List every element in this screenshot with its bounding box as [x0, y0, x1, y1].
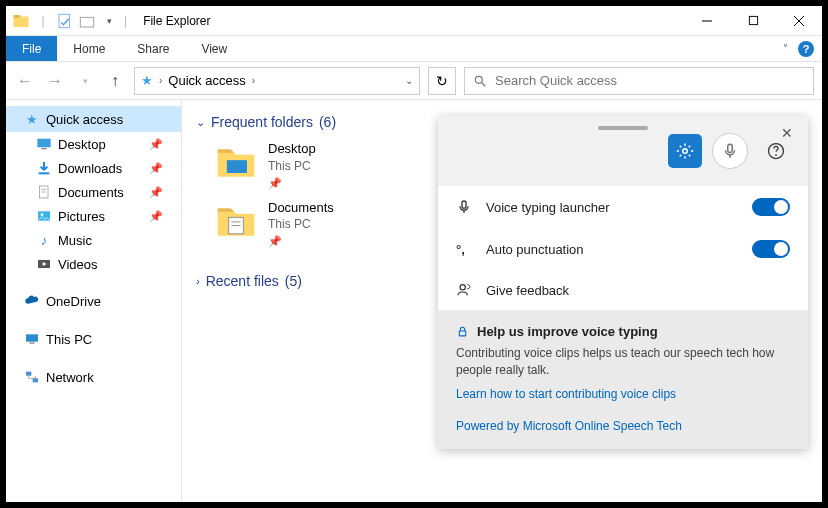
- settings-button[interactable]: [668, 134, 702, 168]
- svg-point-17: [41, 213, 44, 216]
- group-label: Frequent folders: [211, 114, 313, 130]
- group-label: Recent files: [206, 273, 279, 289]
- ribbon-minimize-icon[interactable]: ˅: [783, 43, 788, 54]
- voice-option-launcher[interactable]: Voice typing launcher: [438, 186, 808, 228]
- sidebar-item-label: Documents: [58, 185, 124, 200]
- thispc-icon: [24, 331, 40, 347]
- close-icon[interactable]: ✕: [776, 122, 798, 144]
- search-input[interactable]: Search Quick access: [464, 67, 814, 95]
- onedrive-icon: [24, 293, 40, 309]
- network-icon: [24, 369, 40, 385]
- refresh-button[interactable]: ↻: [428, 67, 456, 95]
- sidebar-item-desktop[interactable]: Desktop 📌: [6, 132, 181, 156]
- desktop-icon: [36, 136, 52, 152]
- help-icon[interactable]: ?: [798, 41, 814, 57]
- sidebar-network[interactable]: Network: [6, 364, 181, 390]
- videos-icon: [36, 256, 52, 272]
- svg-rect-2: [59, 14, 70, 28]
- sidebar-thispc[interactable]: This PC: [6, 326, 181, 352]
- sidebar-item-label: Downloads: [58, 161, 122, 176]
- svg-rect-23: [227, 160, 247, 173]
- lock-icon: [456, 325, 469, 338]
- minimize-button[interactable]: [684, 6, 730, 36]
- window-controls: [684, 6, 822, 36]
- sidebar-thispc-label: This PC: [46, 332, 92, 347]
- search-placeholder: Search Quick access: [495, 73, 617, 88]
- microphone-button[interactable]: [712, 133, 748, 169]
- sidebar-item-music[interactable]: ♪ Music: [6, 228, 181, 252]
- new-folder-icon[interactable]: [78, 12, 96, 30]
- qat-dropdown-icon[interactable]: ▾: [100, 12, 118, 30]
- nav-forward-button[interactable]: →: [44, 70, 66, 92]
- svg-rect-5: [749, 16, 757, 24]
- sidebar-item-label: Videos: [58, 257, 98, 272]
- quick-access-toolbar: | ▾ |: [6, 12, 135, 30]
- sidebar-quick-access[interactable]: ★ Quick access: [6, 106, 181, 132]
- maximize-button[interactable]: [730, 6, 776, 36]
- nav-recent-dropdown[interactable]: ▾: [74, 70, 96, 92]
- svg-line-9: [482, 82, 486, 86]
- sidebar-onedrive[interactable]: OneDrive: [6, 288, 181, 314]
- voice-help-body: Contributing voice clips helps us teach …: [456, 345, 790, 379]
- voice-option-punctuation[interactable]: °, Auto punctuation: [438, 228, 808, 270]
- address-bar-row: ← → ▾ ↑ ★ › Quick access › ⌄ ↻ Search Qu…: [6, 62, 822, 100]
- breadcrumb-chevron: ›: [159, 75, 162, 86]
- search-icon: [473, 74, 487, 88]
- tab-file[interactable]: File: [6, 36, 57, 61]
- svg-point-30: [775, 154, 777, 156]
- tab-home[interactable]: Home: [57, 36, 121, 61]
- svg-rect-11: [41, 148, 46, 149]
- svg-rect-1: [14, 15, 21, 18]
- navigation-sidebar: ★ Quick access Desktop 📌 Downloads 📌 Doc…: [6, 100, 182, 502]
- close-button[interactable]: [776, 6, 822, 36]
- tab-share[interactable]: Share: [121, 36, 185, 61]
- voice-option-feedback[interactable]: Give feedback: [438, 270, 808, 310]
- star-icon: ★: [141, 73, 153, 88]
- toggle-switch[interactable]: [752, 240, 790, 258]
- microphone-icon: [456, 199, 472, 215]
- nav-back-button[interactable]: ←: [14, 70, 36, 92]
- tab-view[interactable]: View: [185, 36, 243, 61]
- breadcrumb-chevron-2: ›: [252, 75, 255, 86]
- sidebar-item-label: Desktop: [58, 137, 106, 152]
- folder-item-desktop[interactable]: Desktop This PC 📌: [214, 140, 424, 191]
- voice-panel-header: ✕: [438, 116, 808, 186]
- svg-rect-21: [26, 372, 31, 376]
- sidebar-item-label: Pictures: [58, 209, 105, 224]
- chevron-down-icon: ⌄: [196, 116, 205, 129]
- sidebar-onedrive-label: OneDrive: [46, 294, 101, 309]
- sidebar-item-pictures[interactable]: Pictures 📌: [6, 204, 181, 228]
- folder-icon: [214, 140, 258, 184]
- breadcrumb[interactable]: ★ › Quick access › ⌄: [134, 67, 420, 95]
- folder-location: This PC: [268, 216, 334, 232]
- voice-powered-by[interactable]: Powered by Microsoft Online Speech Tech: [456, 419, 790, 433]
- svg-point-27: [683, 148, 688, 153]
- breadcrumb-history-dropdown[interactable]: ⌄: [405, 75, 413, 86]
- drag-handle[interactable]: [598, 126, 648, 130]
- sidebar-item-documents[interactable]: Documents 📌: [6, 180, 181, 204]
- star-icon: ★: [24, 111, 40, 127]
- toggle-switch[interactable]: [752, 198, 790, 216]
- voice-option-label: Voice typing launcher: [486, 200, 738, 215]
- pin-icon: 📌: [149, 186, 163, 199]
- svg-rect-10: [37, 139, 50, 148]
- svg-rect-33: [459, 331, 466, 336]
- folder-icon: [214, 199, 258, 243]
- folder-item-documents[interactable]: Documents This PC 📌: [214, 199, 424, 250]
- nav-up-button[interactable]: ↑: [104, 70, 126, 92]
- voice-help-section: Help us improve voice typing Contributin…: [438, 310, 808, 449]
- qat-separator: |: [34, 12, 52, 30]
- sidebar-item-videos[interactable]: Videos: [6, 252, 181, 276]
- svg-rect-0: [14, 16, 29, 27]
- folder-name: Documents: [268, 199, 334, 217]
- svg-rect-28: [728, 144, 733, 152]
- folder-location: This PC: [268, 158, 316, 174]
- properties-icon[interactable]: [56, 12, 74, 30]
- group-count: (5): [285, 273, 302, 289]
- svg-rect-19: [26, 334, 38, 341]
- sidebar-item-downloads[interactable]: Downloads 📌: [6, 156, 181, 180]
- svg-rect-20: [29, 342, 34, 343]
- voice-help-link[interactable]: Learn how to start contributing voice cl…: [456, 387, 790, 401]
- breadcrumb-current[interactable]: Quick access: [168, 73, 245, 88]
- svg-point-32: [460, 285, 465, 290]
